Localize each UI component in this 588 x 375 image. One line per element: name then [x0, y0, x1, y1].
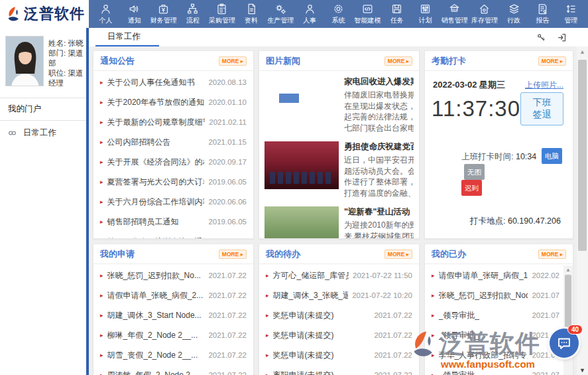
notices-list: ▸ 关于公司人事任免通知书 2020.08.13 ▸ 关于2020年春节放假的通… — [93, 71, 253, 239]
news-item[interactable]: 家电回收进入爆发期 家电回收 伴随废旧家电替换期的到来， 在呈现出爆发状态，国家… — [259, 71, 419, 136]
item-title: _领导审批_ — [439, 310, 528, 321]
applications-list: ▸ 张晓_惩罚_迟到扣款_No... 2021.07.22 ▸ 请假申请单_张晓… — [93, 264, 253, 375]
key-icon[interactable] — [536, 33, 546, 42]
topnav-item[interactable]: 流程 — [180, 3, 206, 25]
more-button[interactable]: MORE ▸ — [538, 56, 566, 66]
topnav-item[interactable]: 系统 — [325, 3, 351, 25]
more-button[interactable]: MORE ▸ — [538, 250, 566, 259]
topnav-item-label: 系统 — [331, 16, 345, 25]
list-item[interactable]: ▸ _领导审批_ 2021.07 — [425, 365, 573, 375]
sidebar-item-daily-work[interactable]: 日常工作 — [0, 121, 86, 145]
list-item[interactable]: ▸ 柳琳_年假_2_Node 2__... 2021.07.22 — [93, 325, 253, 345]
bullet-icon: ▸ — [100, 312, 103, 319]
topnav-item[interactable]: 智能建模 — [355, 3, 381, 25]
topnav-item[interactable]: 通知 — [122, 3, 147, 25]
list-item[interactable]: ▸ 张晓_惩罚_迟到扣款_Node... 2021.07 — [425, 285, 573, 305]
item-title: 请假申请单_张晓_病假_2... — [107, 290, 205, 301]
topnav-item[interactable]: 生产管理 — [267, 3, 294, 25]
list-item[interactable]: ▸ 周涛敏_年假_2_Node 2_... 2021.07.22 — [93, 365, 253, 375]
list-item[interactable]: ▸ 胡雪_丧假_2_Node 2__... 2021.07.22 — [93, 345, 253, 365]
bullet-icon: ▸ — [100, 372, 103, 375]
item-date: 2021-07-22 11:50 — [353, 271, 412, 279]
news-item[interactable]: 勇担使命庆祝建党百年，中国 近日，中国平安召开庆祝中共 题活动动员大会。会议对全… — [259, 136, 419, 201]
list-item[interactable]: ▸ 方可心_储运部_库管员_晋... 2021-07-22 11:50 — [259, 265, 419, 285]
list-item[interactable]: ▸ 奖惩申请(未提交) 2021.07.22 — [259, 305, 419, 325]
list-item[interactable]: ▸ 离职申请(未提交) 2021.07.22 — [259, 365, 419, 375]
item-date: 2021.01.15 — [208, 138, 247, 146]
panel-my-done: 我的已办 MORE ▸ ▸ 请假申请单_张研_病假_1_... 2022.02 … — [424, 244, 573, 375]
sidebar-item-portal[interactable]: 我的门户 — [0, 98, 86, 121]
news-title[interactable]: 勇担使命庆祝建党百年，中国 — [344, 141, 414, 153]
scroll-down-arrow[interactable]: ▼ — [577, 367, 588, 374]
list-item[interactable]: ▸ _领导审批_ 2021.07 — [425, 305, 573, 325]
list-item[interactable]: ▸ 销售部招聘员工通知 2019.06.05 — [93, 212, 253, 232]
news-title[interactable]: 家电回收进入爆发期 家电回收 — [344, 76, 414, 88]
topnav-item[interactable]: 管理 — [558, 3, 583, 25]
list-item[interactable]: ▸ 关于公司人事任免通知书 2020.08.13 — [93, 72, 253, 92]
more-button[interactable]: MORE ▸ — [384, 250, 412, 259]
topnav-item[interactable]: 行政 — [501, 3, 526, 25]
more-button[interactable]: MORE ▸ — [219, 56, 247, 66]
list-item[interactable]: ▸ 关于六月份综合工作培训内容及... 2020.06.06 — [93, 192, 253, 212]
profile-name: 姓名: 张晓 — [48, 38, 84, 48]
list-item[interactable]: ▸ 关于开展《经济合同法》的相关... 2020.09.17 — [93, 152, 253, 172]
scroll-up-arrow[interactable]: ▲ — [563, 267, 573, 273]
item-date: 2021.07 — [532, 311, 559, 319]
topnav-item[interactable]: 资料 — [239, 3, 264, 25]
item-date: 2019.06.05 — [208, 178, 247, 186]
list-item[interactable]: ▸ 关于最新的公司规章制度细节通知 2021.02.11 — [93, 112, 253, 132]
brand-logo-icon — [4, 5, 21, 23]
item-date: 2020.08.13 — [208, 78, 247, 86]
sign-out-button[interactable]: 下班签退 — [520, 92, 563, 125]
attendance-date: 2022-03-02 星期三 — [433, 79, 505, 91]
list-item[interactable]: ▸ 胡建_调休_3_张晓_退回 2021-07-22 10:20 — [259, 285, 419, 305]
topnav-item[interactable]: 财务管理 — [150, 3, 177, 25]
list-item[interactable]: ▸ 关于各分公司培训会议的通知 2020.06.16 — [93, 232, 253, 239]
logout-icon[interactable] — [557, 33, 567, 42]
list-item[interactable]: ▸ 关于2020年春节放假的通知 2020.01.10 — [93, 92, 253, 112]
item-date: 2021-07-22 10:20 — [352, 291, 412, 299]
flowchart-icon — [186, 3, 199, 15]
topnav-item[interactable]: 计划 — [413, 3, 438, 25]
item-date: 2020.09.17 — [208, 158, 247, 166]
topnav-item[interactable]: 任务 — [384, 3, 410, 25]
bullet-icon: ▸ — [100, 332, 103, 338]
list-item[interactable]: ▸ 请假申请单_张晓_病假_2... 2021.07.22 — [93, 285, 253, 305]
list-item[interactable]: ▸ 请假申请单_张研_病假_1_... 2022.02 — [425, 265, 573, 285]
panel-scrollbar[interactable]: ▲ — [563, 265, 573, 375]
punch-location-label: 打卡地点: — [470, 216, 505, 226]
topnav-item[interactable]: 个人 — [93, 3, 119, 25]
topnav-item[interactable]: 报告 — [530, 3, 555, 25]
topnav-item[interactable]: 采购管理 — [209, 3, 235, 25]
chat-fab-button[interactable]: 40 — [550, 329, 579, 358]
item-date: 2021.07.22 — [374, 351, 412, 359]
topnav-item[interactable]: 人事 — [297, 3, 322, 25]
scroll-up-arrow[interactable]: ▲ — [577, 48, 588, 55]
item-date: 2021.07.22 — [374, 331, 412, 339]
tab-daily-work[interactable]: 日常工作 — [95, 28, 159, 46]
topnav-item-label: 人事 — [303, 16, 316, 25]
more-button[interactable]: MORE ▸ — [219, 250, 247, 259]
item-date: 2021.02.11 — [209, 118, 247, 126]
topnav-item[interactable]: 销售管理 — [441, 3, 468, 25]
sort-list-icon — [565, 3, 577, 15]
news-text: 起完善的法律法规，促进企业 — [344, 112, 414, 123]
list-item[interactable]: ▸ 奖惩申请(未提交) 2021.07.22 — [259, 345, 419, 365]
upload-photo-link[interactable]: 上传照片... — [525, 80, 563, 91]
user-icon — [304, 3, 316, 15]
list-item[interactable]: ▸ 奖惩申请(未提交) 2021.07.22 — [259, 325, 419, 345]
list-item[interactable]: ▸ 夏营签署与光大公司的大订单，... 2019.06.05 — [93, 172, 253, 192]
brand-logo[interactable]: 泛普软件 — [0, 0, 89, 28]
item-title: 公司内部招聘公告 — [107, 137, 205, 148]
list-item[interactable]: ▸ 胡建_调休_3_Start Node... 2021.07.22 — [93, 305, 253, 325]
news-item[interactable]: "迎新春"登山活动 为迎接2010新年的到 来,攀枝花钢城集团瑞丰 水泥有限公司… — [259, 201, 419, 239]
news-title[interactable]: "迎新春"登山活动 — [344, 206, 414, 218]
list-item[interactable]: ▸ 张晓_惩罚_迟到扣款_No... 2021.07.22 — [93, 265, 253, 285]
list-item[interactable]: ▸ 公司内部招聘公告 2021.01.15 — [93, 132, 253, 152]
checkin-time-label: 上班打卡时间: — [461, 152, 513, 161]
more-button[interactable]: MORE ▸ — [384, 56, 412, 66]
application-window: 泛普软件 个人 通知 财务管理 流程 采购管理 资料 生产 — [0, 0, 588, 375]
scrollbar-thumb[interactable] — [578, 60, 587, 251]
topnav-item[interactable]: 库存管理 — [471, 3, 498, 25]
news-text: 近日，中国平安召开庆祝中共 — [344, 155, 414, 166]
